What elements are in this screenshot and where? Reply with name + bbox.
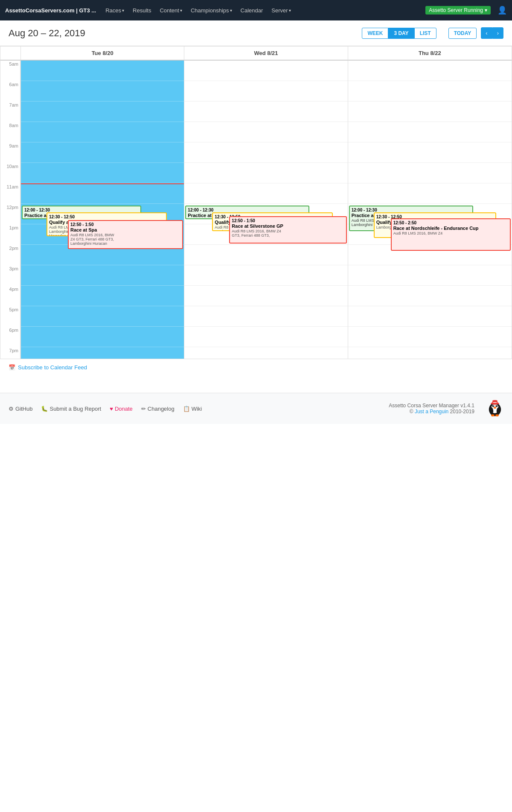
footer: ⚙ GitHub 🐛 Submit a Bug Report ♥ Donate … (0, 393, 512, 424)
time-6pm: 6pm (0, 327, 20, 347)
wed-header: Wed 8/21 (184, 46, 348, 61)
time-9am: 9am (0, 142, 20, 163)
time-6am: 6am (0, 81, 20, 102)
server-dropdown-arrow: ▾ (289, 8, 291, 13)
nav-item-content[interactable]: Content ▾ (157, 7, 185, 14)
svg-point-5 (497, 406, 497, 406)
heart-icon: ♥ (110, 406, 113, 412)
next-btn[interactable]: › (492, 27, 503, 39)
time-12pm: 12pm (0, 204, 20, 224)
bug-report-link[interactable]: 🐛 Submit a Bug Report (41, 406, 101, 412)
view-buttons: WEEK 3 DAY LIST (362, 28, 436, 39)
time-8am: 8am (0, 122, 20, 142)
prev-btn[interactable]: ‹ (481, 27, 492, 39)
penguin-logo (486, 400, 503, 417)
wiki-link[interactable]: 📋 Wiki (183, 406, 202, 412)
calendar-container: Tue 8/20 Wed 8/21 Thu 8/22 5am 6am 7am 8… (0, 46, 512, 359)
donate-link[interactable]: ♥ Donate (110, 406, 133, 412)
page-header: Aug 20 – 22, 2019 WEEK 3 DAY LIST TODAY … (0, 20, 512, 46)
bug-icon: 🐛 (41, 406, 48, 412)
footer-version: Assetto Corsa Server Manager v1.4.1 © Ju… (389, 403, 474, 415)
thu-header: Thu 8/22 (348, 46, 512, 61)
time-5am: 5am (0, 61, 20, 81)
penguin-link[interactable]: Just a Penguin (415, 409, 448, 415)
3day-view-btn[interactable]: 3 DAY (388, 28, 414, 39)
calendar-nav-arrows: ‹ › (481, 27, 503, 39)
time-3pm: 3pm (0, 265, 20, 286)
time-1pm: 1pm (0, 224, 20, 245)
event-tue-race[interactable]: 12:50 - 1:50 Race at Spa Audi R8 LMS 201… (68, 220, 183, 249)
nav-item-calendar[interactable]: Calendar (238, 7, 266, 14)
time-labels-col: 5am 6am 7am 8am 9am 10am 11am 12pm 1pm 2… (0, 61, 21, 359)
thu-column: 12:00 - 12:30 Practice at Nordsch Endura… (348, 61, 512, 359)
changelog-icon: ✏ (141, 406, 146, 412)
svg-point-10 (495, 415, 499, 417)
svg-point-6 (494, 407, 496, 409)
page-title: Aug 20 – 22, 2019 (9, 28, 362, 39)
server-status-badge[interactable]: Assetto Server Running ▾ (425, 6, 491, 14)
subscribe-calendar-link[interactable]: 📅 Subscribe to Calendar Feed (9, 364, 503, 371)
tue-header: Tue 8/20 (21, 46, 184, 61)
event-wed-race[interactable]: 12:50 - 1:50 Race at Silverstone GP Audi… (229, 216, 346, 244)
navbar: AssettoCorsaServers.com | GT3 ... Races … (0, 0, 512, 20)
nav-item-results[interactable]: Results (130, 7, 154, 14)
time-11am: 11am (0, 183, 20, 204)
github-icon: ⚙ (9, 406, 14, 412)
calendar-header: Tue 8/20 Wed 8/21 Thu 8/22 (0, 46, 512, 61)
list-view-btn[interactable]: LIST (414, 28, 436, 39)
time-2pm: 2pm (0, 245, 20, 265)
nav-item-championships[interactable]: Championships ▾ (188, 7, 235, 14)
time-5pm: 5pm (0, 306, 20, 327)
wed-column: 12:00 - 12:30 Practice at Silverst Lambo… (184, 61, 348, 359)
subscribe-section: 📅 Subscribe to Calendar Feed (0, 359, 512, 376)
time-7am: 7am (0, 102, 20, 122)
github-link[interactable]: ⚙ GitHub (9, 406, 32, 412)
time-header (0, 46, 21, 61)
tue-column: 12:00 - 12:30 Practice at Spa Audi R8 LM… (21, 61, 184, 359)
svg-point-13 (492, 400, 497, 402)
nav-item-server[interactable]: Server ▾ (269, 7, 293, 14)
calendar-body[interactable]: 5am 6am 7am 8am 9am 10am 11am 12pm 1pm 2… (0, 61, 512, 359)
week-view-btn[interactable]: WEEK (362, 28, 388, 39)
user-menu-icon[interactable]: 👤 (497, 6, 507, 15)
changelog-link[interactable]: ✏ Changelog (141, 406, 175, 412)
championships-dropdown-arrow: ▾ (230, 8, 232, 13)
time-10am: 10am (0, 163, 20, 183)
svg-point-4 (493, 406, 494, 406)
time-4pm: 4pm (0, 286, 20, 306)
wiki-icon: 📋 (183, 406, 190, 412)
races-dropdown-arrow: ▾ (122, 8, 124, 13)
svg-rect-14 (493, 402, 497, 403)
today-btn[interactable]: TODAY (448, 28, 477, 39)
svg-point-9 (491, 415, 495, 417)
event-thu-race[interactable]: 12:50 - 2:50 Race at Nordschleife - Endu… (391, 218, 511, 251)
navbar-brand: AssettoCorsaServers.com | GT3 ... (5, 7, 96, 14)
calendar-icon: 📅 (9, 364, 15, 371)
content-dropdown-arrow: ▾ (180, 8, 182, 13)
nav-item-races[interactable]: Races ▾ (103, 7, 127, 14)
time-7pm: 7pm (0, 347, 20, 359)
